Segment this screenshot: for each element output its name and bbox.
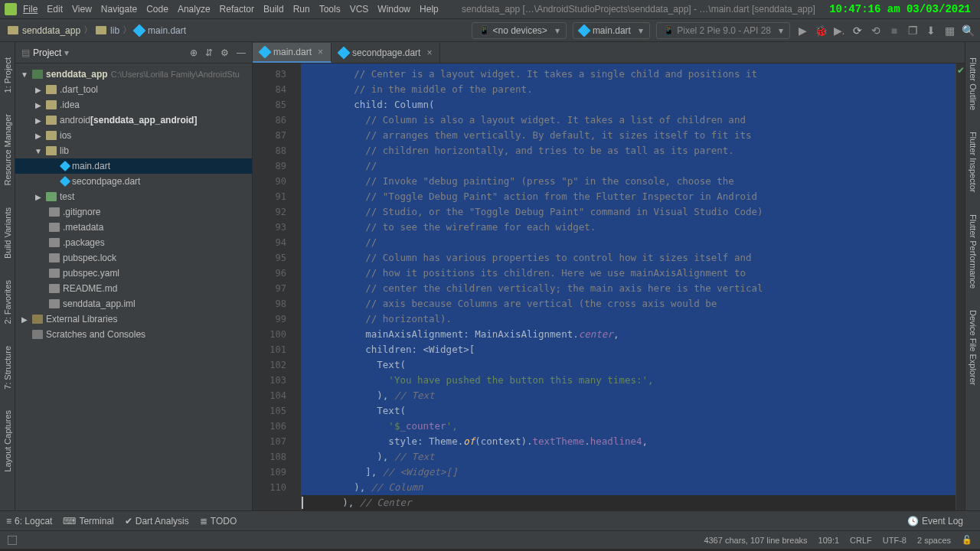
status-bar: 4367 chars, 107 line breaks 109:1 CRLF U… — [0, 530, 980, 549]
tool-flutter-performance[interactable]: Flutter Performance — [969, 214, 978, 289]
menu-view[interactable]: View — [72, 4, 92, 15]
error-stripe[interactable]: ✔ — [956, 64, 965, 510]
tool-structure[interactable]: 7: Structure — [3, 346, 12, 390]
navigation-toolbar: senddata_app 〉 lib 〉 main.dart 📱 <no dev… — [0, 19, 980, 42]
tree-item[interactable]: README.md — [15, 281, 252, 296]
close-icon[interactable]: × — [318, 47, 323, 57]
bottom-tool-stripe: ≡6: Logcat ⌨Terminal ✔Dart Analysis ≣TOD… — [0, 510, 980, 530]
tree-external-libraries[interactable]: ▶External Libraries — [15, 311, 252, 327]
close-icon[interactable]: × — [426, 47, 432, 58]
dart-icon — [338, 47, 351, 60]
menu-edit[interactable]: Edit — [47, 4, 63, 15]
debug-button[interactable]: 🐞 — [814, 24, 828, 37]
status-caret-pos[interactable]: 109:1 — [818, 536, 840, 545]
menu-tools[interactable]: Tools — [319, 4, 341, 15]
tree-item-secondpage[interactable]: secondpage.dart — [15, 174, 252, 189]
status-encoding[interactable]: UTF-8 — [883, 536, 906, 545]
status-line-ending[interactable]: CRLF — [850, 536, 872, 545]
tool-layout-captures[interactable]: Layout Captures — [3, 410, 12, 472]
tree-item[interactable]: .metadata — [15, 220, 252, 235]
menu-vcs[interactable]: VCS — [350, 4, 369, 15]
project-tool-window: ▤ Project ▾ ⊕ ⇵ ⚙ — ▼senddata_appC:\User… — [15, 42, 253, 510]
breadcrumb-project[interactable]: senddata_app — [22, 25, 80, 36]
folder-icon — [96, 26, 106, 34]
tree-item[interactable]: .packages — [15, 235, 252, 250]
menu-build[interactable]: Build — [263, 4, 284, 15]
tool-flutter-inspector[interactable]: Flutter Inspector — [969, 132, 978, 192]
tree-item[interactable]: .gitignore — [15, 204, 252, 220]
breadcrumb-folder[interactable]: lib — [110, 25, 119, 36]
tool-logcat[interactable]: ≡6: Logcat — [6, 516, 52, 527]
tool-rm[interactable]: Resource Manager — [3, 114, 12, 186]
tree-item[interactable]: ▼lib — [15, 143, 252, 158]
status-lock-icon[interactable]: 🔓 — [962, 535, 972, 545]
status-selection: 4367 chars, 107 line breaks — [704, 536, 807, 545]
hide-panel-icon[interactable]: — — [237, 47, 246, 58]
tab-secondpage-dart[interactable]: secondpage.dart× — [332, 43, 440, 63]
tree-item[interactable]: ▶.idea — [15, 97, 252, 112]
project-icon — [8, 26, 18, 34]
tool-favorites[interactable]: 2: Favorites — [3, 280, 12, 324]
status-indent[interactable]: 2 spaces — [917, 536, 951, 545]
project-tree[interactable]: ▼senddata_appC:\Users\Lorilla Family\And… — [15, 64, 252, 345]
tree-item[interactable]: ▶test — [15, 189, 252, 204]
tool-dart-analysis[interactable]: ✔Dart Analysis — [125, 516, 189, 527]
run-config-selector[interactable]: main.dart▾ — [573, 22, 650, 39]
settings-gear-icon[interactable]: ⚙ — [220, 47, 229, 58]
tool-project[interactable]: 1: Project — [3, 57, 12, 93]
attach-button[interactable]: ⟲ — [869, 24, 883, 37]
menu-navigate[interactable]: Navigate — [101, 4, 137, 15]
app-logo-icon — [5, 3, 17, 15]
project-header-title[interactable]: Project — [33, 47, 61, 58]
menu-analyze[interactable]: Analyze — [178, 4, 211, 15]
menu-file[interactable]: File — [23, 4, 38, 15]
tool-build-variants[interactable]: Build Variants — [3, 207, 12, 259]
fold-gutter[interactable] — [291, 64, 302, 510]
hot-reload-button[interactable]: ⟳ — [851, 24, 864, 37]
tool-flutter-outline[interactable]: Flutter Outline — [969, 57, 978, 110]
scroll-from-source-icon[interactable]: ⊕ — [190, 47, 198, 58]
text-cursor — [302, 497, 303, 509]
coverage-button[interactable]: ▶. — [832, 24, 846, 37]
menu-code[interactable]: Code — [146, 4, 168, 15]
tree-item[interactable]: ▶.dart_tool — [15, 82, 252, 97]
tool-event-log[interactable]: 🕓Event Log — [907, 516, 963, 527]
avd-manager-button[interactable]: ❐ — [906, 24, 920, 37]
sdk-manager-button[interactable]: ⬇ — [924, 24, 938, 37]
menu-help[interactable]: Help — [420, 4, 439, 15]
menu-run[interactable]: Run — [293, 4, 310, 15]
layout-inspector-button[interactable]: ▦ — [942, 24, 956, 37]
left-tool-stripe: 1: Project Resource Manager Build Varian… — [0, 42, 15, 510]
line-gutter: 8384858687888990919293949596979899100101… — [253, 64, 291, 510]
tab-main-dart[interactable]: main.dart× — [253, 43, 332, 63]
tree-item-main-dart[interactable]: main.dart — [15, 158, 252, 174]
analysis-ok-icon: ✔ — [957, 65, 965, 76]
tree-item[interactable]: ▶android [senddata_app_android] — [15, 112, 252, 128]
tree-item[interactable]: ▶ios — [15, 128, 252, 143]
tree-scratches[interactable]: Scratches and Consoles — [15, 327, 252, 342]
tool-todo[interactable]: ≣TODO — [200, 516, 237, 527]
editor[interactable]: 8384858687888990919293949596979899100101… — [253, 64, 965, 510]
status-corner-icon[interactable] — [8, 536, 17, 545]
window-title: senddata_app […\AndroidStudioProjects\se… — [448, 4, 829, 15]
search-everywhere-button[interactable]: 🔍 — [961, 24, 975, 37]
clock: 10:47:16 am 03/03/2021 — [829, 3, 975, 15]
tool-device-file-explorer[interactable]: Device File Explorer — [969, 310, 978, 385]
run-button[interactable]: ▶ — [795, 24, 809, 37]
tree-item[interactable]: senddata_app.iml — [15, 296, 252, 311]
collapse-all-icon[interactable]: ⇵ — [205, 47, 213, 58]
editor-tabs: main.dart× secondpage.dart× — [253, 42, 965, 64]
tree-root[interactable]: ▼senddata_appC:\Users\Lorilla Family\And… — [15, 67, 252, 82]
tree-item[interactable]: pubspec.yaml — [15, 266, 252, 281]
avd-selector[interactable]: 📱 Pixel 2 Pie 9.0 - API 28▾ — [656, 22, 790, 39]
menu-refactor[interactable]: Refactor — [220, 4, 254, 15]
menu-window[interactable]: Window — [377, 4, 410, 15]
breadcrumb-file[interactable]: main.dart — [148, 25, 186, 36]
tool-terminal[interactable]: ⌨Terminal — [63, 516, 113, 527]
breadcrumb-sep: 〉 — [122, 24, 132, 37]
main-area: 1: Project Resource Manager Build Varian… — [0, 42, 980, 510]
tree-item[interactable]: pubspec.lock — [15, 250, 252, 266]
code-content[interactable]: // Center is a layout widget. It takes a… — [302, 64, 956, 510]
device-selector[interactable]: 📱 <no devices>▾ — [472, 22, 567, 39]
stop-button[interactable]: ■ — [887, 24, 901, 37]
